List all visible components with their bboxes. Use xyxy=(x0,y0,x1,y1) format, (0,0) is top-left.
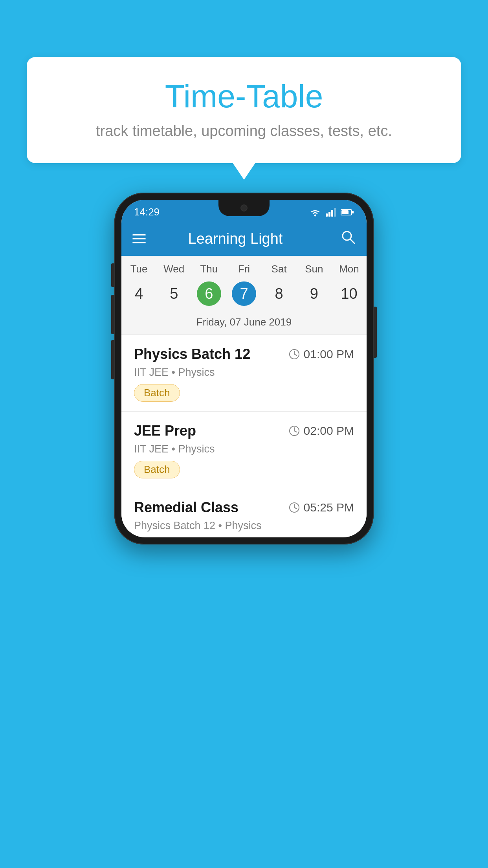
day-header-sat: Sat xyxy=(262,263,297,275)
schedule-item-header-3: Remedial Class 05:25 PM xyxy=(134,499,354,516)
phone-mockup: 14:29 xyxy=(114,193,374,544)
clock-icon-1 xyxy=(289,349,300,360)
schedule-name-2: JEE Prep xyxy=(134,423,196,439)
day-number-9[interactable]: 9 xyxy=(297,285,332,302)
phone-button-left1 xyxy=(111,263,114,287)
batch-badge-2: Batch xyxy=(134,461,180,478)
day-header-thu: Thu xyxy=(191,263,226,275)
wifi-icon xyxy=(309,208,321,217)
svg-line-15 xyxy=(294,431,297,432)
day-numbers: 4 5 6 7 8 9 10 xyxy=(121,278,367,312)
svg-line-9 xyxy=(350,239,354,243)
day-number-8[interactable]: 8 xyxy=(262,285,297,302)
schedule-name-3: Remedial Class xyxy=(134,499,238,516)
schedule-time-1: 01:00 PM xyxy=(289,348,354,361)
svg-line-18 xyxy=(294,508,297,509)
bubble-title: Time-Table xyxy=(50,79,438,114)
day-header-tue: Tue xyxy=(121,263,156,275)
batch-badge-1: Batch xyxy=(134,384,180,402)
day-header-wed: Wed xyxy=(156,263,191,275)
status-icons xyxy=(309,208,354,217)
schedule-meta-1: IIT JEE • Physics xyxy=(134,366,354,379)
app-bar: Learning Light xyxy=(121,221,367,256)
schedule-item-1[interactable]: Physics Batch 12 01:00 PM IIT JEE • Phys… xyxy=(121,335,367,412)
phone-notch xyxy=(218,200,270,216)
phone-button-right xyxy=(374,307,377,358)
schedule-meta-2: IIT JEE • Physics xyxy=(134,443,354,455)
speech-bubble: Time-Table track timetable, upcoming cla… xyxy=(27,57,461,163)
phone-outer: 14:29 xyxy=(114,193,374,544)
day-headers: Tue Wed Thu Fri Sat Sun Mon xyxy=(121,256,367,278)
day-number-6[interactable]: 6 xyxy=(191,281,226,306)
calendar-section: Tue Wed Thu Fri Sat Sun Mon 4 5 6 7 xyxy=(121,256,367,335)
svg-rect-4 xyxy=(334,208,336,217)
phone-screen: 14:29 xyxy=(121,200,367,537)
svg-rect-3 xyxy=(331,210,333,217)
svg-rect-2 xyxy=(328,212,330,217)
svg-point-0 xyxy=(314,214,316,216)
speech-bubble-container: Time-Table track timetable, upcoming cla… xyxy=(27,57,461,163)
day-number-4[interactable]: 4 xyxy=(121,285,156,302)
phone-button-left3 xyxy=(111,340,114,379)
camera-dot xyxy=(240,204,248,211)
schedule-item-3[interactable]: Remedial Class 05:25 PM Physics Batch 12… xyxy=(121,488,367,532)
phone-button-left2 xyxy=(111,295,114,334)
bubble-subtitle: track timetable, upcoming classes, tests… xyxy=(50,123,438,140)
schedule-item-header-1: Physics Batch 12 01:00 PM xyxy=(134,346,354,362)
svg-line-12 xyxy=(294,354,297,355)
day-header-fri: Fri xyxy=(226,263,261,275)
search-icon[interactable] xyxy=(341,230,356,248)
hamburger-line xyxy=(132,242,146,243)
status-time: 14:29 xyxy=(134,206,160,218)
day-header-sun: Sun xyxy=(297,263,332,275)
clock-icon-2 xyxy=(289,425,300,436)
battery-icon xyxy=(341,209,354,216)
schedule-item-header-2: JEE Prep 02:00 PM xyxy=(134,423,354,439)
clock-icon-3 xyxy=(289,502,300,513)
signal-icon xyxy=(326,208,336,217)
schedule-time-2: 02:00 PM xyxy=(289,424,354,438)
hamburger-menu-icon[interactable] xyxy=(132,234,146,243)
day-number-10[interactable]: 10 xyxy=(332,285,367,302)
schedule-name-1: Physics Batch 12 xyxy=(134,346,250,362)
day-number-5[interactable]: 5 xyxy=(156,285,191,302)
hamburger-line xyxy=(132,234,146,235)
svg-rect-7 xyxy=(352,211,354,213)
selected-date-label: Friday, 07 June 2019 xyxy=(121,312,367,335)
schedule-item-2[interactable]: JEE Prep 02:00 PM IIT JEE • Physics Batc… xyxy=(121,412,367,488)
schedule-time-3: 05:25 PM xyxy=(289,501,354,514)
svg-rect-6 xyxy=(341,210,349,214)
svg-rect-1 xyxy=(326,213,328,217)
app-title: Learning Light xyxy=(158,230,313,247)
schedule-meta-3: Physics Batch 12 • Physics xyxy=(134,520,354,532)
day-header-mon: Mon xyxy=(332,263,367,275)
day-number-7[interactable]: 7 xyxy=(226,281,261,306)
hamburger-line xyxy=(132,238,146,239)
